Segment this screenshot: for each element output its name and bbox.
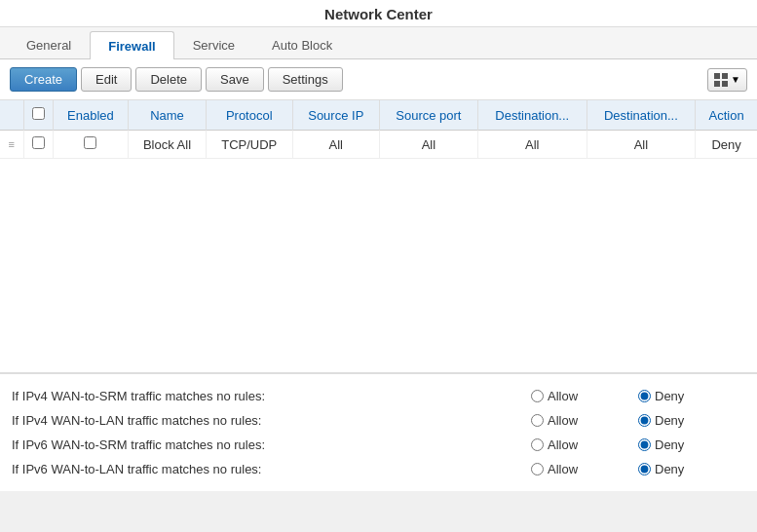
table-row: ≡ Block All TCP/UDP All All All All Deny <box>0 131 757 159</box>
col-name: Name <box>129 100 206 131</box>
grid-icon <box>714 73 728 87</box>
footer-rules: If IPv4 WAN-to-SRM traffic matches no ru… <box>0 373 757 491</box>
settings-button[interactable]: Settings <box>268 67 343 92</box>
radio-allow-ipv6-wan-srm[interactable] <box>531 438 544 451</box>
deny-label-ipv6-wan-lan: Deny <box>655 462 684 476</box>
tabs-bar: General Firewall Service Auto Block <box>0 27 757 59</box>
tab-firewall[interactable]: Firewall <box>90 31 173 59</box>
col-destination-port: Destination... <box>587 100 696 131</box>
row-source-port: All <box>379 131 477 159</box>
radio-deny-group-ipv6-wan-lan: Deny <box>638 462 745 476</box>
svg-rect-1 <box>722 73 728 79</box>
radio-allow-group-ipv6-wan-srm: Allow <box>531 437 638 452</box>
rule-row-ipv6-wan-lan: If IPv6 WAN-to-LAN traffic matches no ru… <box>12 457 745 481</box>
allow-label-ipv6-wan-lan: Allow <box>548 462 578 476</box>
radio-deny-group-ipv6-wan-srm: Deny <box>638 437 745 452</box>
radio-deny-group-ipv4-wan-lan: Deny <box>638 413 745 428</box>
row-checkbox-cell <box>23 131 53 159</box>
save-button[interactable]: Save <box>206 67 264 92</box>
col-protocol: Protocol <box>206 100 292 131</box>
deny-label-ipv4-wan-srm: Deny <box>655 389 684 403</box>
deny-label-ipv4-wan-lan: Deny <box>655 413 684 428</box>
row-destination-ip: All <box>477 131 587 159</box>
tab-general[interactable]: General <box>8 31 90 58</box>
col-source-port: Source port <box>379 100 477 131</box>
tab-service[interactable]: Service <box>174 31 253 58</box>
col-source-ip: Source IP <box>292 100 379 131</box>
radio-allow-group-ipv4-wan-lan: Allow <box>531 413 638 428</box>
rule-label-ipv6-wan-srm: If IPv6 WAN-to-SRM traffic matches no ru… <box>12 437 531 452</box>
chevron-down-icon: ▼ <box>731 74 740 85</box>
col-action: Action <box>696 100 757 131</box>
col-drag <box>0 100 23 131</box>
firewall-table: Enabled Name Protocol Source IP Source p… <box>0 100 757 159</box>
radio-deny-ipv4-wan-lan[interactable] <box>638 414 651 427</box>
radio-allow-ipv6-wan-lan[interactable] <box>531 463 544 475</box>
edit-button[interactable]: Edit <box>81 67 132 92</box>
radio-deny-ipv4-wan-srm[interactable] <box>638 390 651 402</box>
tab-auto-block[interactable]: Auto Block <box>253 31 351 58</box>
allow-label-ipv4-wan-lan: Allow <box>548 413 578 428</box>
delete-button[interactable]: Delete <box>135 67 202 92</box>
rule-row-ipv4-wan-lan: If IPv4 WAN-to-LAN traffic matches no ru… <box>12 408 745 433</box>
col-checkbox <box>23 100 53 131</box>
column-toggle-button[interactable]: ▼ <box>707 68 747 92</box>
select-all-checkbox[interactable] <box>32 107 45 120</box>
enabled-checkbox[interactable] <box>84 136 96 149</box>
rule-label-ipv4-wan-srm: If IPv4 WAN-to-SRM traffic matches no ru… <box>12 389 531 403</box>
row-name: Block All <box>129 131 206 159</box>
radio-deny-ipv6-wan-srm[interactable] <box>638 438 651 451</box>
rule-row-ipv4-wan-srm: If IPv4 WAN-to-SRM traffic matches no ru… <box>12 384 745 408</box>
row-action: Deny <box>696 131 757 159</box>
deny-label-ipv6-wan-srm: Deny <box>655 437 684 452</box>
radio-allow-ipv4-wan-srm[interactable] <box>531 390 544 402</box>
row-protocol: TCP/UDP <box>206 131 292 159</box>
svg-rect-3 <box>722 81 728 87</box>
radio-deny-ipv6-wan-lan[interactable] <box>638 463 651 475</box>
drag-handle[interactable]: ≡ <box>0 131 23 159</box>
svg-rect-2 <box>714 81 720 87</box>
table-header-row: Enabled Name Protocol Source IP Source p… <box>0 100 757 131</box>
radio-allow-ipv4-wan-lan[interactable] <box>531 414 544 427</box>
allow-label-ipv6-wan-srm: Allow <box>548 437 578 452</box>
radio-deny-group-ipv4-wan-srm: Deny <box>638 389 745 403</box>
row-checkbox[interactable] <box>32 136 45 149</box>
content-area: Enabled Name Protocol Source IP Source p… <box>0 100 757 373</box>
rule-row-ipv6-wan-srm: If IPv6 WAN-to-SRM traffic matches no ru… <box>12 433 745 457</box>
row-enabled <box>53 131 129 159</box>
create-button[interactable]: Create <box>10 67 77 92</box>
allow-label-ipv4-wan-srm: Allow <box>548 389 578 403</box>
rule-label-ipv6-wan-lan: If IPv6 WAN-to-LAN traffic matches no ru… <box>12 462 531 476</box>
col-enabled: Enabled <box>53 100 129 131</box>
row-destination-port: All <box>587 131 696 159</box>
svg-rect-0 <box>714 73 720 79</box>
col-destination-ip: Destination... <box>477 100 587 131</box>
radio-allow-group-ipv4-wan-srm: Allow <box>531 389 638 403</box>
rule-label-ipv4-wan-lan: If IPv4 WAN-to-LAN traffic matches no ru… <box>12 413 531 428</box>
toolbar: Create Edit Delete Save Settings ▼ <box>0 59 757 100</box>
row-source-ip: All <box>292 131 379 159</box>
radio-allow-group-ipv6-wan-lan: Allow <box>531 462 638 476</box>
page-title: Network Center <box>0 0 757 27</box>
